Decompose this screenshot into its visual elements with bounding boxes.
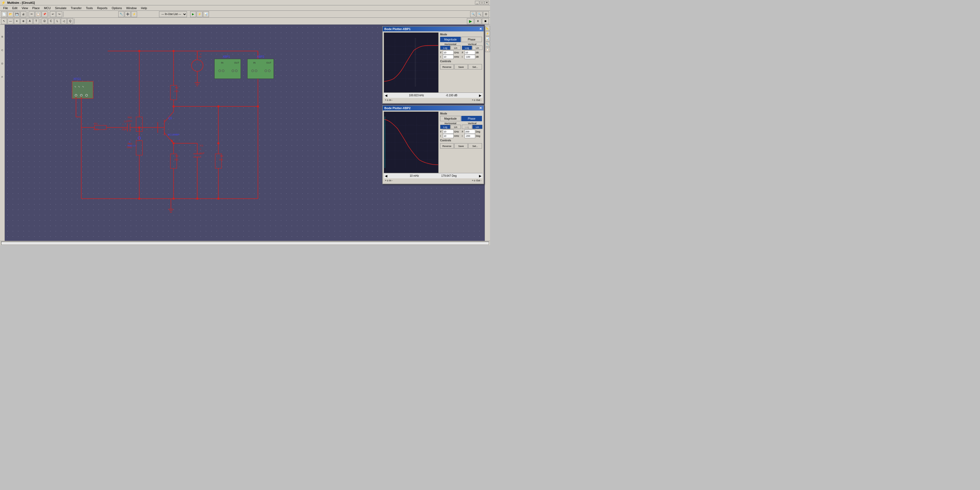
diode-tool[interactable]: ◁ xyxy=(61,18,67,24)
bode-xbp1-reverse-button[interactable]: Reverse xyxy=(440,64,454,70)
horizontal-scrollbar[interactable] xyxy=(1,242,489,245)
stop-sim-button[interactable]: ⏹ xyxy=(482,18,489,24)
right-tool-2[interactable]: ⚡ xyxy=(485,31,490,36)
menu-place[interactable]: Place xyxy=(30,6,42,10)
right-tool-1[interactable]: 📐 xyxy=(485,26,490,30)
svg-text:RS: RS xyxy=(220,155,223,158)
zoom-out-button[interactable]: 🔍 xyxy=(477,11,482,17)
bode-xbp1-vert-log[interactable]: Log xyxy=(462,46,472,50)
bode-xbp1-horiz-i-input[interactable] xyxy=(443,55,453,59)
label-tool[interactable]: A xyxy=(27,18,33,24)
bode-xbp1-close-button[interactable]: ✕ xyxy=(479,27,482,31)
capacitor-tool[interactable]: C xyxy=(48,18,54,24)
bode-xbp1-prev-button[interactable]: ◀ xyxy=(385,94,387,97)
bode-xbp2-title[interactable]: Bode Plotter-XBP2 ✕ xyxy=(383,106,484,110)
bode-xbp1-value: -0.193 dB xyxy=(446,94,457,97)
open-button[interactable]: 📂 xyxy=(8,11,13,17)
menu-reports[interactable]: Reports xyxy=(95,6,110,10)
bode-xbp2-magnitude-button[interactable]: Magnitude xyxy=(440,116,461,121)
resistor-tool[interactable]: Ω xyxy=(41,18,48,24)
bode-xbp2-controls-label: Controls xyxy=(440,139,482,142)
transistor-tool[interactable]: Q xyxy=(67,18,73,24)
wire-tool[interactable]: — xyxy=(8,18,13,24)
left-ruler: B C D F xyxy=(0,25,5,241)
bode-xbp2-phase-button[interactable]: Phase xyxy=(461,116,482,121)
bode-xbp2-minus-out: - xyxy=(480,179,481,182)
bode-xbp2-horiz-i-input[interactable] xyxy=(443,134,453,138)
bode-xbp2-vert-log[interactable]: Log xyxy=(462,125,472,129)
bode-xbp2-horiz-log[interactable]: Log xyxy=(440,125,450,129)
menu-options[interactable]: Options xyxy=(110,6,124,10)
junction-tool[interactable]: ⊕ xyxy=(21,18,26,24)
right-tool-5[interactable]: 📋 xyxy=(485,47,490,52)
menu-file[interactable]: File xyxy=(1,6,10,10)
paste-button[interactable]: 📌 xyxy=(41,11,48,17)
bus-tool[interactable]: ≡ xyxy=(14,18,20,24)
virtual-component-button[interactable]: ⚡ xyxy=(131,11,137,17)
bode-xbp2-horiz-f-unit: GHz xyxy=(454,130,461,133)
right-tool-4[interactable]: 🔧 xyxy=(485,42,490,47)
bode-xbp2-set-button[interactable]: Set... xyxy=(468,143,482,149)
bode-xbp1-magnitude-button[interactable]: Magnitude xyxy=(440,37,461,42)
simulate-button[interactable]: ⚡ xyxy=(197,11,202,17)
bode-xbp2-horiz-lin[interactable]: Lin xyxy=(450,125,461,129)
menu-transfer[interactable]: Transfer xyxy=(68,6,84,10)
cut-button[interactable]: ✂ xyxy=(29,11,35,17)
bode-xbp1-horiz-f-input[interactable] xyxy=(443,51,453,55)
inductor-tool[interactable]: L xyxy=(54,18,60,24)
bode-xbp1-title[interactable]: Bode Plotter-XBP1 ✕ xyxy=(383,27,484,31)
bode-xbp1-next-button[interactable]: ▶ xyxy=(479,94,481,97)
close-button[interactable]: ✕ xyxy=(485,1,489,5)
pause-sim-button[interactable]: ⏸ xyxy=(474,18,481,24)
save-button[interactable]: 💾 xyxy=(14,11,20,17)
bode-xbp2-value: 179.647 Deg xyxy=(441,174,457,177)
bode-xbp1-save-button[interactable]: Save xyxy=(454,64,468,70)
svg-point-114 xyxy=(257,105,259,108)
svg-text:RB1: RB1 xyxy=(128,116,132,119)
bode-xbp2-controls: Mode Magnitude Phase Horizontal Log xyxy=(439,111,482,173)
run-sim-button[interactable]: ▶ xyxy=(467,18,474,24)
bode-xbp1-vert-i-input[interactable] xyxy=(465,55,475,59)
in-use-list-dropdown[interactable]: --- In-Use List --- xyxy=(159,11,187,17)
menu-simulate[interactable]: Simulate xyxy=(53,6,68,10)
svg-text:Key = A: Key = A xyxy=(128,144,136,147)
bode-xbp2-reverse-button[interactable]: Reverse xyxy=(440,143,454,149)
bode-xbp1-horiz-log[interactable]: Log xyxy=(440,46,450,50)
text-tool[interactable]: T xyxy=(33,18,39,24)
undo-button[interactable]: ↩ xyxy=(50,11,56,17)
menu-tools[interactable]: Tools xyxy=(84,6,95,10)
right-tool-3[interactable]: 📊 xyxy=(485,37,490,41)
place-component-button[interactable]: ➕ xyxy=(125,11,130,17)
minimize-button[interactable]: _ xyxy=(475,1,479,5)
bode-xbp2-prev-button[interactable]: ◀ xyxy=(385,174,387,178)
select-tool[interactable]: ↖ xyxy=(1,18,7,24)
menu-edit[interactable]: Edit xyxy=(10,6,19,10)
redo-button[interactable]: ↪ xyxy=(56,11,62,17)
component-browser-button[interactable]: 🔧 xyxy=(118,11,124,17)
bode-xbp2-save-button[interactable]: Save xyxy=(454,143,468,149)
bode-xbp2-close-button[interactable]: ✕ xyxy=(479,106,482,110)
menu-help[interactable]: Help xyxy=(139,6,150,10)
menu-view[interactable]: View xyxy=(19,6,30,10)
bode-xbp2-horiz-f-input[interactable] xyxy=(443,130,453,134)
svg-text:1kΩ: 1kΩ xyxy=(174,158,178,161)
menu-window[interactable]: Window xyxy=(124,6,138,10)
bode-xbp1-set-button[interactable]: Set... xyxy=(468,64,482,70)
bode-xbp1-vert-lin[interactable]: Lin xyxy=(472,46,482,50)
bode-xbp2-next-button[interactable]: ▶ xyxy=(479,174,481,178)
run-button[interactable]: ▶ xyxy=(190,11,196,17)
bode-xbp1-horiz-lin[interactable]: Lin xyxy=(450,46,461,50)
copy-button[interactable]: 📋 xyxy=(35,11,41,17)
menu-mcu[interactable]: MCU xyxy=(42,6,53,10)
bode-xbp1-vert-f-input[interactable] xyxy=(465,51,475,55)
zoom-in-button[interactable]: 🔍 xyxy=(470,11,476,17)
bode-xbp2-vert-f-input[interactable] xyxy=(465,130,475,134)
new-button[interactable]: 📄 xyxy=(1,11,7,17)
zoom-fit-button[interactable]: ⊡ xyxy=(483,11,489,17)
bode-xbp1-phase-button[interactable]: Phase xyxy=(461,37,482,42)
bode-xbp2-vert-lin[interactable]: Lin xyxy=(472,125,482,129)
maximize-button[interactable]: □ xyxy=(480,1,484,5)
print-button[interactable]: 🖨 xyxy=(21,11,26,17)
bode-xbp2-vert-i-input[interactable] xyxy=(465,134,475,138)
grapher-button[interactable]: 📊 xyxy=(203,11,209,17)
